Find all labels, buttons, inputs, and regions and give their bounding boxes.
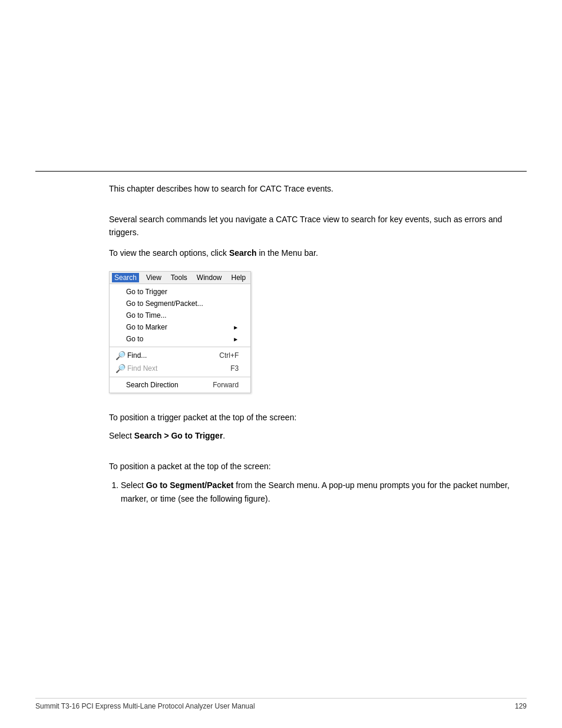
step-1: Select Go to Segment/Packet from the Sea…: [121, 479, 515, 505]
menu-item-label: Go to Segment/Packet...: [126, 299, 239, 308]
packet-instruction: To position a packet at the top of the s…: [109, 460, 515, 473]
submenu-arrow-icon: ►: [233, 324, 239, 331]
footer-page-number: 129: [515, 702, 527, 710]
search-description-text: Several search commands let you navigate…: [109, 215, 502, 237]
menu-bar-view[interactable]: View: [144, 273, 164, 282]
main-content: This chapter describes how to search for…: [109, 183, 515, 517]
menu-item-search-direction[interactable]: Search Direction Forward: [110, 379, 250, 391]
click-instruction-text: To view the search options, click: [109, 248, 229, 258]
menu-item-shortcut: F3: [230, 364, 239, 373]
menu-item-go-to-marker[interactable]: Go to Marker ►: [110, 321, 250, 333]
steps-list: Select Go to Segment/Packet from the Sea…: [109, 479, 515, 505]
packet-section: To position a packet at the top of the s…: [109, 460, 515, 505]
select-end: .: [223, 431, 225, 440]
intro-text: This chapter describes how to search for…: [109, 183, 515, 195]
step-1-bold: Go to Segment/Packet: [146, 480, 234, 490]
select-text: Select: [109, 431, 134, 440]
menu-item-label: Go to Time...: [126, 311, 239, 319]
trigger-instruction: To position a trigger packet at the top …: [109, 411, 515, 424]
menu-bar-tools[interactable]: Tools: [168, 273, 190, 282]
menu-item-shortcut: Ctrl+F: [219, 351, 239, 360]
find-icon: 🔎: [114, 351, 126, 360]
menu-item-go-to[interactable]: Go to ►: [110, 333, 250, 345]
submenu-arrow-icon: ►: [233, 336, 239, 342]
menu-item-label: Go to Marker: [126, 323, 227, 331]
menu-item-find[interactable]: 🔎 Find... Ctrl+F: [110, 349, 250, 362]
menu-separator: [110, 377, 250, 377]
step-1-text-before: Select: [121, 480, 146, 490]
menu-dropdown: Go to Trigger Go to Segment/Packet... Go…: [110, 284, 250, 393]
click-instruction-end: in the Menu bar.: [257, 248, 318, 258]
menu-item-shortcut: Forward: [213, 381, 239, 389]
menu-item-find-next[interactable]: 🔎 Find Next F3: [110, 362, 250, 375]
menu-item-label: Go to Trigger: [126, 288, 239, 296]
menu-item-label: Find...: [127, 351, 207, 360]
trigger-section: To position a trigger packet at the top …: [109, 411, 515, 442]
menu-item-label: Find Next: [127, 364, 219, 373]
top-rule: [35, 171, 527, 172]
menu-item-go-to-trigger[interactable]: Go to Trigger: [110, 286, 250, 298]
menu-item-go-to-time[interactable]: Go to Time...: [110, 309, 250, 321]
menu-item-label: Go to: [126, 335, 227, 343]
menu-item-go-to-segment[interactable]: Go to Segment/Packet...: [110, 298, 250, 309]
click-instruction: To view the search options, click Search…: [109, 246, 515, 259]
search-description: Several search commands let you navigate…: [109, 213, 515, 239]
page-container: This chapter describes how to search for…: [0, 0, 562, 728]
trigger-select: Select Search > Go to Trigger.: [109, 429, 515, 442]
footer-title: Summit T3-16 PCI Express Multi-Lane Prot…: [35, 702, 255, 710]
menu-separator: [110, 347, 250, 347]
find-next-icon: 🔎: [114, 364, 126, 373]
menu-screenshot: Search View Tools Window Help Go to Trig…: [109, 271, 251, 393]
menu-bar: Search View Tools Window Help: [110, 272, 250, 284]
menu-bar-window[interactable]: Window: [194, 273, 224, 282]
menu-bar-search[interactable]: Search: [112, 273, 139, 282]
page-footer: Summit T3-16 PCI Express Multi-Lane Prot…: [35, 698, 527, 710]
select-bold: Search > Go to Trigger: [134, 431, 223, 440]
search-bold: Search: [229, 248, 257, 258]
menu-item-label: Search Direction: [126, 381, 201, 389]
menu-bar-help[interactable]: Help: [229, 273, 249, 282]
